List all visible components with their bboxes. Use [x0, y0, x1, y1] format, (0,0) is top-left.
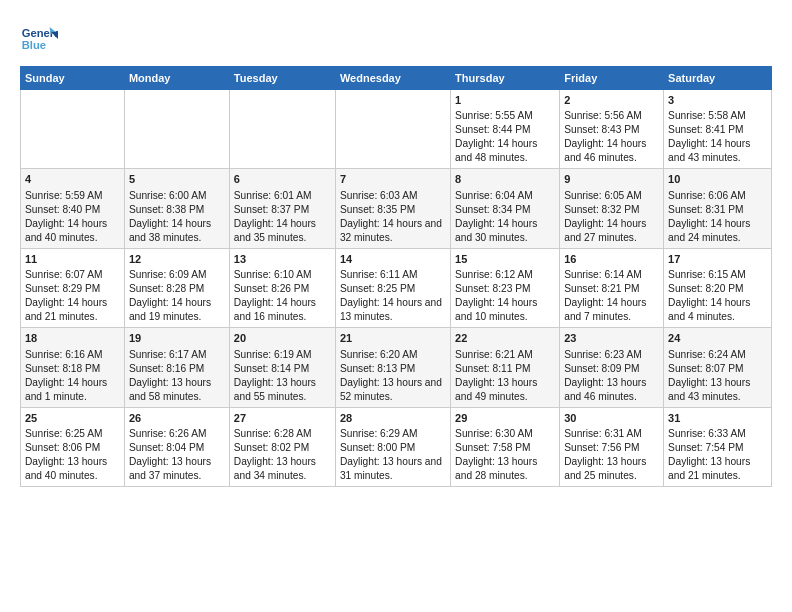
calendar-cell: 11Sunrise: 6:07 AMSunset: 8:29 PMDayligh… — [21, 248, 125, 327]
calendar-cell: 7Sunrise: 6:03 AMSunset: 8:35 PMDaylight… — [335, 169, 450, 248]
day-info-line: Daylight: 13 hours and 55 minutes. — [234, 376, 331, 404]
week-row-3: 11Sunrise: 6:07 AMSunset: 8:29 PMDayligh… — [21, 248, 772, 327]
day-info-line: Sunrise: 6:25 AM — [25, 427, 120, 441]
day-info-line: Sunrise: 6:03 AM — [340, 189, 446, 203]
day-number: 4 — [25, 172, 120, 187]
day-number: 1 — [455, 93, 555, 108]
day-number: 18 — [25, 331, 120, 346]
calendar-cell: 13Sunrise: 6:10 AMSunset: 8:26 PMDayligh… — [229, 248, 335, 327]
logo-icon: General Blue — [20, 20, 58, 58]
col-header-wednesday: Wednesday — [335, 67, 450, 90]
calendar-cell: 23Sunrise: 6:23 AMSunset: 8:09 PMDayligh… — [560, 328, 664, 407]
day-info-line: Sunset: 8:16 PM — [129, 362, 225, 376]
day-info-line: Daylight: 14 hours and 48 minutes. — [455, 137, 555, 165]
day-info-line: Sunset: 8:07 PM — [668, 362, 767, 376]
calendar-cell: 25Sunrise: 6:25 AMSunset: 8:06 PMDayligh… — [21, 407, 125, 486]
calendar-cell: 26Sunrise: 6:26 AMSunset: 8:04 PMDayligh… — [124, 407, 229, 486]
day-info-line: Sunrise: 6:00 AM — [129, 189, 225, 203]
day-info-line: Sunrise: 6:04 AM — [455, 189, 555, 203]
calendar-cell: 22Sunrise: 6:21 AMSunset: 8:11 PMDayligh… — [451, 328, 560, 407]
day-info-line: Daylight: 14 hours and 7 minutes. — [564, 296, 659, 324]
day-info-line: Sunrise: 6:15 AM — [668, 268, 767, 282]
calendar-cell: 6Sunrise: 6:01 AMSunset: 8:37 PMDaylight… — [229, 169, 335, 248]
calendar-cell: 27Sunrise: 6:28 AMSunset: 8:02 PMDayligh… — [229, 407, 335, 486]
day-number: 22 — [455, 331, 555, 346]
day-info-line: Daylight: 14 hours and 43 minutes. — [668, 137, 767, 165]
day-info-line: Sunset: 7:58 PM — [455, 441, 555, 455]
calendar-cell — [21, 90, 125, 169]
day-info-line: Daylight: 13 hours and 52 minutes. — [340, 376, 446, 404]
calendar-cell: 20Sunrise: 6:19 AMSunset: 8:14 PMDayligh… — [229, 328, 335, 407]
logo: General Blue — [20, 20, 58, 58]
day-number: 12 — [129, 252, 225, 267]
col-header-monday: Monday — [124, 67, 229, 90]
calendar-cell: 24Sunrise: 6:24 AMSunset: 8:07 PMDayligh… — [664, 328, 772, 407]
day-info-line: Daylight: 13 hours and 49 minutes. — [455, 376, 555, 404]
day-info-line: Daylight: 14 hours and 13 minutes. — [340, 296, 446, 324]
day-info-line: Sunrise: 5:55 AM — [455, 109, 555, 123]
calendar-cell: 14Sunrise: 6:11 AMSunset: 8:25 PMDayligh… — [335, 248, 450, 327]
day-info-line: Daylight: 14 hours and 16 minutes. — [234, 296, 331, 324]
day-number: 25 — [25, 411, 120, 426]
calendar-cell: 18Sunrise: 6:16 AMSunset: 8:18 PMDayligh… — [21, 328, 125, 407]
day-info-line: Sunset: 8:02 PM — [234, 441, 331, 455]
day-info-line: Daylight: 14 hours and 24 minutes. — [668, 217, 767, 245]
day-info-line: Sunrise: 6:29 AM — [340, 427, 446, 441]
day-info-line: Sunrise: 5:56 AM — [564, 109, 659, 123]
day-info-line: Sunrise: 6:10 AM — [234, 268, 331, 282]
day-number: 10 — [668, 172, 767, 187]
day-info-line: Daylight: 13 hours and 37 minutes. — [129, 455, 225, 483]
day-info-line: Daylight: 13 hours and 31 minutes. — [340, 455, 446, 483]
calendar-cell: 5Sunrise: 6:00 AMSunset: 8:38 PMDaylight… — [124, 169, 229, 248]
header: General Blue — [20, 16, 772, 58]
calendar-cell: 15Sunrise: 6:12 AMSunset: 8:23 PMDayligh… — [451, 248, 560, 327]
calendar-cell: 4Sunrise: 5:59 AMSunset: 8:40 PMDaylight… — [21, 169, 125, 248]
day-info-line: Sunrise: 5:58 AM — [668, 109, 767, 123]
day-info-line: Sunset: 8:29 PM — [25, 282, 120, 296]
col-header-saturday: Saturday — [664, 67, 772, 90]
col-header-tuesday: Tuesday — [229, 67, 335, 90]
day-info-line: Sunrise: 6:07 AM — [25, 268, 120, 282]
day-number: 7 — [340, 172, 446, 187]
day-info-line: Sunrise: 6:23 AM — [564, 348, 659, 362]
day-info-line: Daylight: 13 hours and 43 minutes. — [668, 376, 767, 404]
day-number: 26 — [129, 411, 225, 426]
day-number: 17 — [668, 252, 767, 267]
calendar-cell: 3Sunrise: 5:58 AMSunset: 8:41 PMDaylight… — [664, 90, 772, 169]
calendar-cell: 10Sunrise: 6:06 AMSunset: 8:31 PMDayligh… — [664, 169, 772, 248]
day-info-line: Sunrise: 6:21 AM — [455, 348, 555, 362]
day-info-line: Daylight: 14 hours and 4 minutes. — [668, 296, 767, 324]
day-info-line: Sunrise: 6:16 AM — [25, 348, 120, 362]
day-info-line: Daylight: 14 hours and 19 minutes. — [129, 296, 225, 324]
day-info-line: Sunset: 8:11 PM — [455, 362, 555, 376]
day-info-line: Daylight: 14 hours and 10 minutes. — [455, 296, 555, 324]
day-info-line: Sunrise: 6:26 AM — [129, 427, 225, 441]
day-info-line: Sunset: 8:26 PM — [234, 282, 331, 296]
day-info-line: Daylight: 13 hours and 46 minutes. — [564, 376, 659, 404]
day-info-line: Sunset: 7:56 PM — [564, 441, 659, 455]
day-info-line: Sunset: 7:54 PM — [668, 441, 767, 455]
calendar-cell: 30Sunrise: 6:31 AMSunset: 7:56 PMDayligh… — [560, 407, 664, 486]
day-info-line: Sunset: 8:04 PM — [129, 441, 225, 455]
day-info-line: Sunset: 8:28 PM — [129, 282, 225, 296]
day-number: 31 — [668, 411, 767, 426]
week-row-2: 4Sunrise: 5:59 AMSunset: 8:40 PMDaylight… — [21, 169, 772, 248]
day-info-line: Daylight: 13 hours and 21 minutes. — [668, 455, 767, 483]
day-info-line: Sunset: 8:31 PM — [668, 203, 767, 217]
svg-text:Blue: Blue — [22, 39, 46, 51]
day-info-line: Daylight: 14 hours and 32 minutes. — [340, 217, 446, 245]
day-info-line: Daylight: 14 hours and 35 minutes. — [234, 217, 331, 245]
day-info-line: Sunset: 8:21 PM — [564, 282, 659, 296]
day-number: 14 — [340, 252, 446, 267]
day-info-line: Sunrise: 6:28 AM — [234, 427, 331, 441]
calendar-cell — [229, 90, 335, 169]
calendar-cell: 16Sunrise: 6:14 AMSunset: 8:21 PMDayligh… — [560, 248, 664, 327]
day-info-line: Sunrise: 6:24 AM — [668, 348, 767, 362]
col-header-sunday: Sunday — [21, 67, 125, 90]
day-number: 24 — [668, 331, 767, 346]
day-info-line: Sunset: 8:18 PM — [25, 362, 120, 376]
day-info-line: Daylight: 14 hours and 38 minutes. — [129, 217, 225, 245]
calendar-cell: 21Sunrise: 6:20 AMSunset: 8:13 PMDayligh… — [335, 328, 450, 407]
calendar-cell: 28Sunrise: 6:29 AMSunset: 8:00 PMDayligh… — [335, 407, 450, 486]
day-info-line: Sunset: 8:25 PM — [340, 282, 446, 296]
